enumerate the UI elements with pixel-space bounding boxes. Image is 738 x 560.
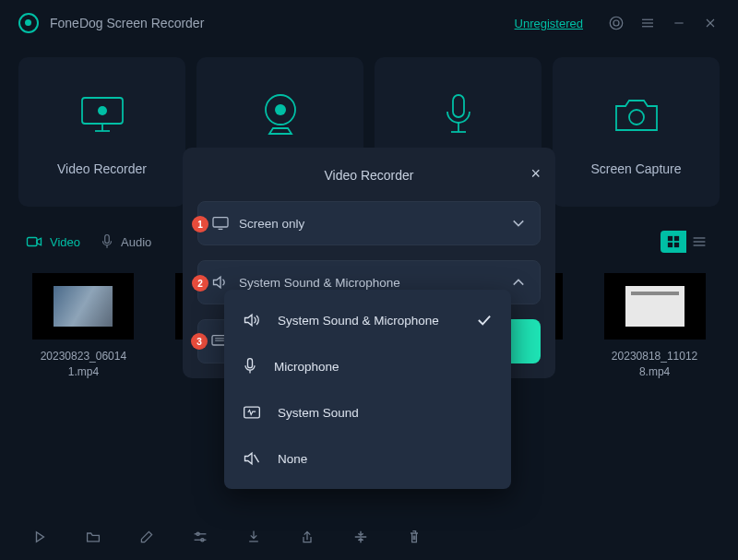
- file-item[interactable]: 20230818_110128.mp4: [589, 273, 720, 380]
- tab-label: Video: [50, 235, 80, 249]
- svg-point-1: [613, 20, 619, 26]
- webcam-icon: [255, 88, 306, 143]
- tool-screen-capture[interactable]: Screen Capture: [553, 57, 720, 207]
- svg-line-43: [255, 455, 259, 462]
- edit-icon[interactable]: [138, 529, 155, 545]
- file-item[interactable]: 20230823_060141.mp4: [18, 273, 149, 380]
- file-name: 20230823_060141.mp4: [41, 349, 126, 380]
- grid-icon: [667, 235, 680, 248]
- svg-point-0: [610, 17, 623, 30]
- unregistered-link[interactable]: Unregistered: [515, 17, 583, 30]
- sound-card-icon: [243, 404, 261, 421]
- video-icon: [26, 235, 42, 248]
- compress-icon[interactable]: [352, 529, 369, 545]
- microphone-icon: [440, 88, 477, 143]
- share-icon[interactable]: [299, 529, 315, 545]
- app-title: FoneDog Screen Recorder: [50, 16, 204, 30]
- mic-icon: [243, 357, 257, 375]
- dropdown-option-system-sound[interactable]: System Sound: [224, 389, 511, 435]
- svg-rect-22: [674, 236, 679, 241]
- view-list-button[interactable]: [686, 231, 712, 253]
- play-icon[interactable]: [31, 529, 48, 545]
- file-name: 20230818_110128.mp4: [612, 349, 697, 380]
- row-label: System Sound & Microphone: [239, 276, 400, 290]
- svg-rect-34: [213, 218, 228, 227]
- dropdown-option-none[interactable]: None: [224, 435, 511, 482]
- speaker-mute-icon: [243, 450, 261, 467]
- app-logo-icon: [18, 13, 39, 33]
- file-thumbnail: [604, 273, 706, 340]
- option-label: System Sound & Microphone: [278, 314, 439, 328]
- settings-icon[interactable]: [607, 14, 625, 32]
- svg-point-9: [98, 106, 107, 115]
- tab-label: Audio: [121, 235, 151, 249]
- delete-icon[interactable]: [406, 529, 423, 545]
- svg-rect-19: [105, 235, 110, 244]
- chevron-down-icon: [512, 219, 525, 228]
- file-thumbnail: [32, 273, 134, 340]
- menu-icon[interactable]: [638, 14, 657, 32]
- speaker-icon: [211, 274, 230, 291]
- modal-close-icon[interactable]: ×: [530, 164, 541, 184]
- close-icon[interactable]: [701, 14, 720, 32]
- step-badge: 1: [192, 216, 208, 232]
- audio-source-dropdown: System Sound & Microphone Microphone Sys…: [224, 290, 511, 489]
- folder-icon[interactable]: [85, 529, 101, 545]
- monitor-rec-icon: [77, 88, 128, 143]
- svg-point-17: [629, 110, 644, 125]
- option-label: System Sound: [278, 406, 359, 420]
- minimize-icon[interactable]: [670, 14, 688, 32]
- svg-rect-21: [668, 236, 673, 241]
- modal-title: Video Recorder: [324, 168, 413, 183]
- tool-label: Screen Capture: [590, 161, 681, 176]
- step-badge: 2: [192, 275, 208, 292]
- tool-video-recorder[interactable]: Video Recorder: [18, 57, 185, 207]
- monitor-icon: [211, 216, 230, 231]
- dropdown-option-both[interactable]: System Sound & Microphone: [224, 297, 511, 343]
- step-badge: 3: [191, 333, 208, 350]
- speaker-icon: [243, 312, 261, 328]
- svg-rect-18: [28, 238, 38, 246]
- mic-small-icon: [101, 233, 113, 250]
- check-icon: [476, 314, 493, 327]
- tab-video[interactable]: Video: [26, 235, 80, 249]
- chevron-up-icon: [512, 278, 525, 287]
- svg-rect-40: [248, 359, 253, 368]
- dropdown-option-microphone[interactable]: Microphone: [224, 343, 511, 389]
- screen-source-select[interactable]: 1 Screen only: [197, 201, 541, 245]
- download-icon[interactable]: [245, 529, 262, 545]
- option-label: Microphone: [274, 360, 339, 374]
- tab-audio[interactable]: Audio: [101, 233, 151, 250]
- row-label: Screen only: [239, 217, 304, 231]
- svg-rect-14: [453, 95, 464, 117]
- camera-icon: [611, 88, 662, 143]
- adjust-icon[interactable]: [192, 529, 208, 545]
- option-label: None: [278, 452, 307, 466]
- list-icon: [692, 235, 707, 248]
- svg-point-13: [275, 104, 286, 115]
- view-grid-button[interactable]: [661, 231, 686, 253]
- svg-rect-24: [674, 243, 679, 247]
- tool-label: Video Recorder: [57, 161, 147, 176]
- svg-rect-23: [668, 243, 673, 247]
